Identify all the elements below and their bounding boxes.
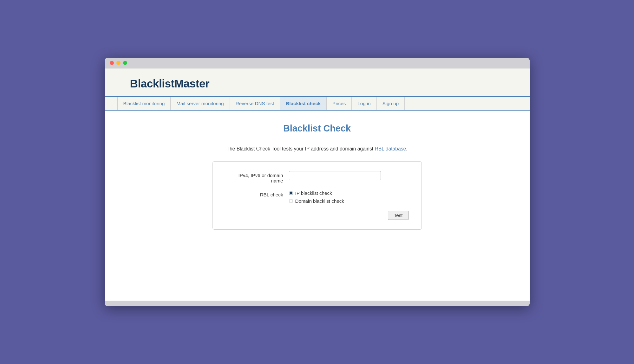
rbl-database-link[interactable]: RBL database [375,146,406,151]
ip-domain-input[interactable] [289,171,381,180]
blacklist-check-form-card: IPv4, IPv6 or domain name RBL check IP b… [212,161,422,230]
main-content: Blacklist Check The Blacklist Check Tool… [105,111,530,301]
radio-option-ip[interactable]: IP blacklist check [289,190,409,196]
page-description: The Blacklist Check Tool tests your IP a… [206,146,428,152]
rbl-radio-group: IP blacklist check Domain blacklist chec… [289,190,409,204]
nav-link-login[interactable]: Log in [352,97,376,110]
nav-item-reverse-dns: Reverse DNS test [230,97,280,110]
browser-bottom-bar [105,301,530,306]
description-text-before: The Blacklist Check Tool tests your IP a… [226,146,375,151]
nav-item-blacklist-check: Blacklist check [280,97,327,110]
rbl-check-row: RBL check IP blacklist check Domain blac… [225,190,409,204]
browser-titlebar [105,58,530,68]
ip-field-row: IPv4, IPv6 or domain name [225,171,409,183]
nav-item-prices: Prices [327,97,352,110]
nav-link-blacklist-monitoring[interactable]: Blacklist monitoring [117,97,171,110]
radio-domain-label: Domain blacklist check [295,198,344,204]
rbl-check-label: RBL check [225,190,289,197]
nav-item-blacklist-monitoring: Blacklist monitoring [117,97,171,110]
nav-link-reverse-dns[interactable]: Reverse DNS test [230,97,280,110]
site-logo[interactable]: BlacklistMaster [130,77,530,90]
test-button[interactable]: Test [388,211,409,220]
browser-content: BlacklistMaster Blacklist monitoring Mai… [105,68,530,301]
form-actions: Test [225,211,409,220]
nav-link-prices[interactable]: Prices [327,97,352,110]
site-header: BlacklistMaster [105,68,530,97]
page-title: Blacklist Check [111,123,523,134]
browser-window: BlacklistMaster Blacklist monitoring Mai… [105,58,530,306]
nav-link-mail-server[interactable]: Mail server monitoring [171,97,230,110]
ip-field-label: IPv4, IPv6 or domain name [225,171,289,183]
description-text-after: . [406,146,407,151]
nav-item-signup: Sign up [377,97,405,110]
description-separator: The Blacklist Check Tool tests your IP a… [206,140,428,152]
radio-option-domain[interactable]: Domain blacklist check [289,198,409,204]
traffic-light-green[interactable] [123,61,127,65]
site-nav: Blacklist monitoring Mail server monitor… [105,97,530,111]
radio-domain-blacklist[interactable] [289,199,293,203]
traffic-light-red[interactable] [110,61,114,65]
ip-field-control [289,171,409,180]
nav-item-login: Log in [352,97,376,110]
rbl-check-control: IP blacklist check Domain blacklist chec… [289,190,409,204]
radio-ip-blacklist[interactable] [289,191,293,195]
radio-ip-label: IP blacklist check [295,190,332,196]
traffic-light-yellow[interactable] [116,61,121,65]
nav-item-mail-server: Mail server monitoring [171,97,230,110]
nav-link-blacklist-check[interactable]: Blacklist check [280,97,327,110]
nav-link-signup[interactable]: Sign up [377,97,405,110]
